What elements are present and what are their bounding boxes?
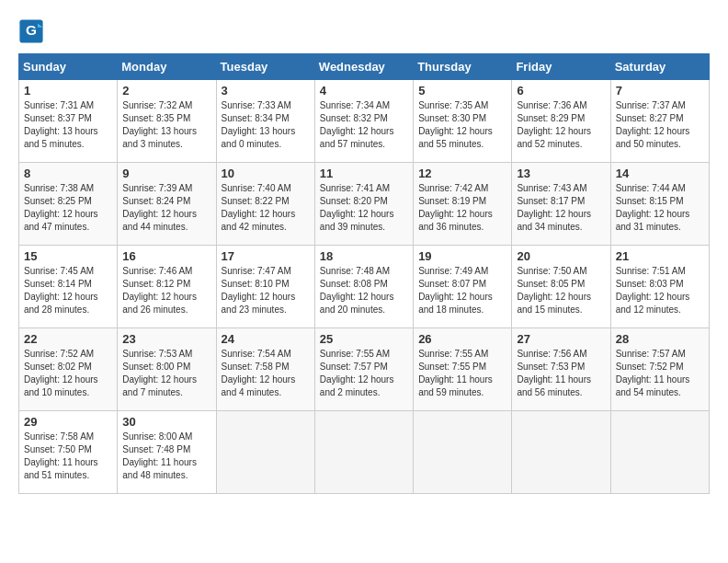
calendar-table: SundayMondayTuesdayWednesdayThursdayFrid…	[18, 53, 710, 494]
day-info: Sunrise: 7:47 AM Sunset: 8:10 PM Dayligh…	[222, 265, 310, 316]
calendar-cell	[414, 411, 512, 494]
day-number: 13	[517, 167, 605, 180]
day-info: Sunrise: 7:43 AM Sunset: 8:17 PM Dayligh…	[517, 182, 605, 234]
calendar-cell: 24Sunrise: 7:54 AM Sunset: 7:58 PM Dayli…	[216, 328, 314, 411]
calendar-cell: 14Sunrise: 7:44 AM Sunset: 8:15 PM Dayli…	[610, 163, 709, 246]
calendar-cell: 15Sunrise: 7:45 AM Sunset: 8:14 PM Dayli…	[19, 246, 118, 328]
calendar-cell: 7Sunrise: 7:37 AM Sunset: 8:27 PM Daylig…	[610, 80, 709, 163]
day-number: 26	[418, 332, 506, 346]
day-number: 22	[24, 332, 112, 346]
calendar-cell: 29Sunrise: 7:58 AM Sunset: 7:50 PM Dayli…	[19, 411, 118, 494]
column-header-saturday: Saturday	[610, 54, 709, 80]
day-number: 20	[517, 249, 605, 263]
calendar-cell: 2Sunrise: 7:32 AM Sunset: 8:35 PM Daylig…	[118, 80, 216, 163]
page-header: G	[18, 18, 710, 44]
calendar-cell: 27Sunrise: 7:56 AM Sunset: 7:53 PM Dayli…	[512, 328, 610, 411]
calendar-cell	[610, 411, 709, 494]
calendar-cell: 1Sunrise: 7:31 AM Sunset: 8:37 PM Daylig…	[19, 80, 118, 163]
day-info: Sunrise: 7:32 AM Sunset: 8:35 PM Dayligh…	[122, 99, 210, 151]
calendar-week-row: 8Sunrise: 7:38 AM Sunset: 8:25 PM Daylig…	[19, 163, 710, 246]
calendar-cell: 20Sunrise: 7:50 AM Sunset: 8:05 PM Dayli…	[512, 246, 610, 328]
day-number: 29	[24, 415, 112, 429]
day-info: Sunrise: 7:51 AM Sunset: 8:03 PM Dayligh…	[616, 265, 704, 316]
day-info: Sunrise: 7:57 AM Sunset: 7:52 PM Dayligh…	[616, 348, 704, 399]
day-info: Sunrise: 7:46 AM Sunset: 8:12 PM Dayligh…	[122, 265, 210, 316]
day-number: 25	[320, 332, 408, 346]
day-number: 12	[418, 167, 506, 180]
calendar-cell: 9Sunrise: 7:39 AM Sunset: 8:24 PM Daylig…	[118, 163, 216, 246]
calendar-cell: 17Sunrise: 7:47 AM Sunset: 8:10 PM Dayli…	[216, 246, 314, 328]
day-number: 3	[222, 84, 310, 98]
calendar-cell: 16Sunrise: 7:46 AM Sunset: 8:12 PM Dayli…	[118, 246, 216, 328]
calendar-cell: 19Sunrise: 7:49 AM Sunset: 8:07 PM Dayli…	[414, 246, 512, 328]
day-number: 30	[122, 415, 210, 429]
day-number: 16	[122, 249, 210, 263]
day-number: 23	[122, 332, 210, 346]
calendar-cell: 23Sunrise: 7:53 AM Sunset: 8:00 PM Dayli…	[118, 328, 216, 411]
day-info: Sunrise: 7:39 AM Sunset: 8:24 PM Dayligh…	[122, 182, 210, 234]
day-info: Sunrise: 7:44 AM Sunset: 8:15 PM Dayligh…	[616, 182, 704, 234]
calendar-cell: 13Sunrise: 7:43 AM Sunset: 8:17 PM Dayli…	[512, 163, 610, 246]
day-number: 18	[320, 249, 408, 263]
svg-text:G: G	[26, 22, 37, 38]
day-info: Sunrise: 8:00 AM Sunset: 7:48 PM Dayligh…	[122, 431, 210, 482]
day-info: Sunrise: 7:42 AM Sunset: 8:19 PM Dayligh…	[418, 182, 506, 234]
calendar-cell: 10Sunrise: 7:40 AM Sunset: 8:22 PM Dayli…	[216, 163, 314, 246]
day-info: Sunrise: 7:55 AM Sunset: 7:55 PM Dayligh…	[418, 348, 506, 399]
day-info: Sunrise: 7:34 AM Sunset: 8:32 PM Dayligh…	[320, 99, 408, 151]
calendar-week-row: 1Sunrise: 7:31 AM Sunset: 8:37 PM Daylig…	[19, 80, 710, 163]
day-number: 15	[24, 249, 112, 263]
day-info: Sunrise: 7:40 AM Sunset: 8:22 PM Dayligh…	[222, 182, 310, 234]
calendar-cell: 12Sunrise: 7:42 AM Sunset: 8:19 PM Dayli…	[414, 163, 512, 246]
column-header-thursday: Thursday	[414, 54, 512, 80]
day-info: Sunrise: 7:38 AM Sunset: 8:25 PM Dayligh…	[24, 182, 112, 234]
day-number: 19	[418, 249, 506, 263]
day-info: Sunrise: 7:45 AM Sunset: 8:14 PM Dayligh…	[24, 265, 112, 316]
day-number: 8	[24, 167, 112, 180]
calendar-cell: 28Sunrise: 7:57 AM Sunset: 7:52 PM Dayli…	[610, 328, 709, 411]
day-number: 1	[24, 84, 112, 98]
day-number: 27	[517, 332, 605, 346]
calendar-cell: 3Sunrise: 7:33 AM Sunset: 8:34 PM Daylig…	[216, 80, 314, 163]
day-number: 9	[122, 167, 210, 180]
day-number: 5	[418, 84, 506, 98]
day-number: 14	[616, 167, 704, 180]
day-info: Sunrise: 7:33 AM Sunset: 8:34 PM Dayligh…	[222, 99, 310, 151]
day-number: 28	[616, 332, 704, 346]
day-info: Sunrise: 7:53 AM Sunset: 8:00 PM Dayligh…	[122, 348, 210, 399]
day-info: Sunrise: 7:37 AM Sunset: 8:27 PM Dayligh…	[616, 99, 704, 151]
calendar-cell: 5Sunrise: 7:35 AM Sunset: 8:30 PM Daylig…	[414, 80, 512, 163]
calendar-cell: 30Sunrise: 8:00 AM Sunset: 7:48 PM Dayli…	[118, 411, 216, 494]
day-info: Sunrise: 7:58 AM Sunset: 7:50 PM Dayligh…	[24, 431, 112, 482]
calendar-cell: 25Sunrise: 7:55 AM Sunset: 7:57 PM Dayli…	[314, 328, 413, 411]
column-header-sunday: Sunday	[19, 54, 118, 80]
day-info: Sunrise: 7:55 AM Sunset: 7:57 PM Dayligh…	[320, 348, 408, 399]
calendar-cell: 6Sunrise: 7:36 AM Sunset: 8:29 PM Daylig…	[512, 80, 610, 163]
calendar-cell	[314, 411, 413, 494]
calendar-week-row: 29Sunrise: 7:58 AM Sunset: 7:50 PM Dayli…	[19, 411, 710, 494]
calendar-cell: 22Sunrise: 7:52 AM Sunset: 8:02 PM Dayli…	[19, 328, 118, 411]
day-info: Sunrise: 7:36 AM Sunset: 8:29 PM Dayligh…	[517, 99, 605, 151]
logo: G	[18, 18, 48, 44]
day-info: Sunrise: 7:52 AM Sunset: 8:02 PM Dayligh…	[24, 348, 112, 399]
day-info: Sunrise: 7:56 AM Sunset: 7:53 PM Dayligh…	[517, 348, 605, 399]
day-info: Sunrise: 7:35 AM Sunset: 8:30 PM Dayligh…	[418, 99, 506, 151]
calendar-cell: 26Sunrise: 7:55 AM Sunset: 7:55 PM Dayli…	[414, 328, 512, 411]
calendar-header-row: SundayMondayTuesdayWednesdayThursdayFrid…	[19, 54, 710, 80]
day-number: 7	[616, 84, 704, 98]
logo-icon: G	[18, 18, 44, 44]
calendar-cell: 18Sunrise: 7:48 AM Sunset: 8:08 PM Dayli…	[314, 246, 413, 328]
calendar-cell	[216, 411, 314, 494]
column-header-wednesday: Wednesday	[314, 54, 413, 80]
day-number: 4	[320, 84, 408, 98]
calendar-week-row: 15Sunrise: 7:45 AM Sunset: 8:14 PM Dayli…	[19, 246, 710, 328]
day-number: 11	[320, 167, 408, 180]
day-info: Sunrise: 7:31 AM Sunset: 8:37 PM Dayligh…	[24, 99, 112, 151]
calendar-cell	[512, 411, 610, 494]
column-header-monday: Monday	[118, 54, 216, 80]
day-info: Sunrise: 7:41 AM Sunset: 8:20 PM Dayligh…	[320, 182, 408, 234]
day-info: Sunrise: 7:50 AM Sunset: 8:05 PM Dayligh…	[517, 265, 605, 316]
calendar-week-row: 22Sunrise: 7:52 AM Sunset: 8:02 PM Dayli…	[19, 328, 710, 411]
day-number: 24	[222, 332, 310, 346]
day-number: 6	[517, 84, 605, 98]
